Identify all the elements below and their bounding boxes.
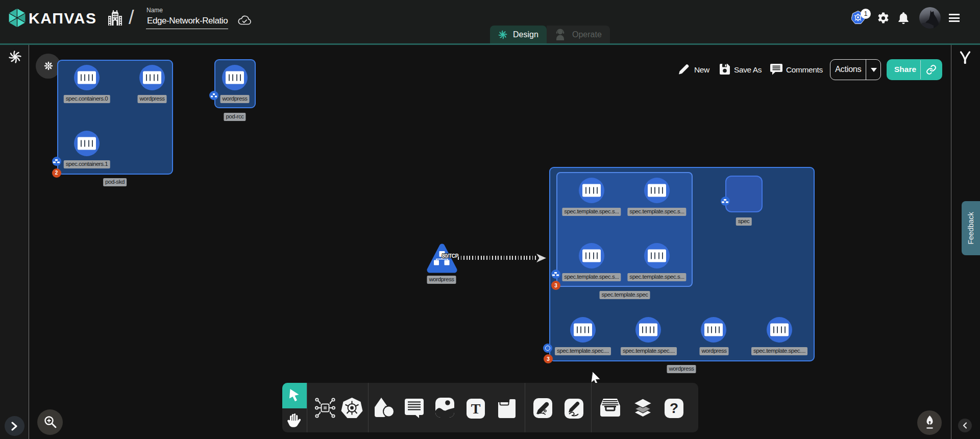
svg-text:T: T xyxy=(471,401,481,417)
svg-text:?: ? xyxy=(670,400,678,416)
